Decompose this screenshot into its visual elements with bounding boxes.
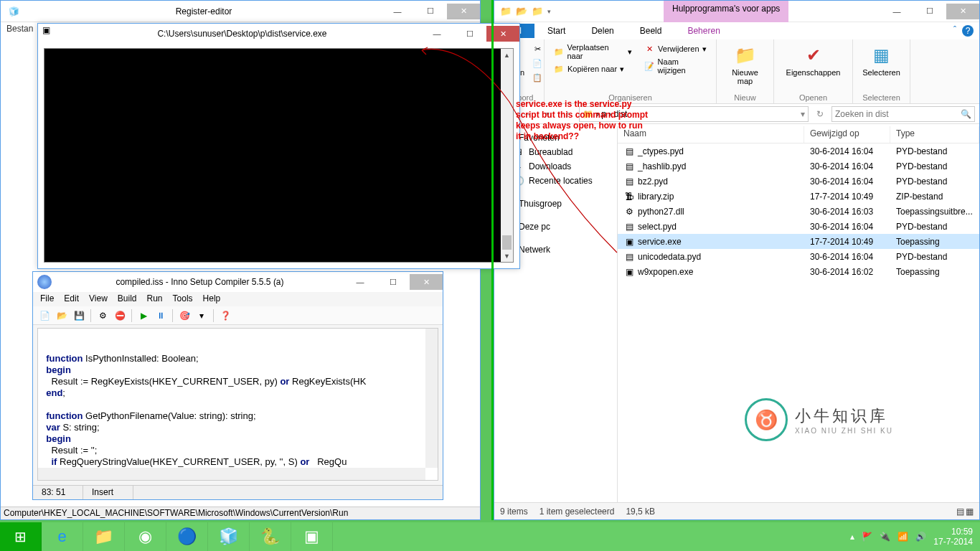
- menu-run[interactable]: Run: [147, 293, 163, 305]
- tray-up-icon[interactable]: ▴: [850, 532, 854, 542]
- scrollbar-vertical[interactable]: [425, 329, 438, 468]
- taskbar-inno[interactable]: 🔵: [166, 522, 208, 551]
- tab-manage[interactable]: Beheren: [674, 24, 732, 38]
- copy-button[interactable]: 📄: [529, 57, 546, 70]
- close-button[interactable]: ✕: [946, 4, 979, 19]
- taskbar-explorer[interactable]: 📁: [83, 522, 125, 551]
- help-icon[interactable]: ?: [962, 25, 974, 37]
- new-folder-icon[interactable]: 📁: [530, 6, 545, 17]
- close-button[interactable]: ✕: [447, 4, 480, 19]
- help-button[interactable]: ❓: [218, 309, 232, 323]
- maximize-button[interactable]: ☐: [453, 26, 486, 42]
- contextual-tab-apps[interactable]: Hulpprogramma's voor apps: [664, 1, 788, 22]
- scroll-thumb[interactable]: [502, 235, 512, 250]
- inno-code-editor[interactable]: function IsPythonInstalled: Boolean; beg…: [37, 328, 438, 481]
- taskbar-regedit[interactable]: 🧊: [208, 522, 250, 551]
- save-button[interactable]: 💾: [72, 309, 86, 323]
- run-button[interactable]: ▶: [136, 309, 151, 323]
- copy-to-button[interactable]: 📁Kopiëren naar ▾: [550, 62, 635, 75]
- start-button[interactable]: ⊞: [0, 522, 42, 551]
- scroll-down-icon[interactable]: ▼: [501, 250, 513, 262]
- tab-view[interactable]: Beeld: [627, 24, 675, 38]
- file-row[interactable]: ▤unicodedata.pyd30-6-2014 16:04PYD-besta…: [618, 249, 979, 264]
- maximize-button[interactable]: ☐: [377, 274, 410, 290]
- dropdown-icon[interactable]: ▾: [546, 8, 552, 15]
- search-input[interactable]: [835, 109, 961, 119]
- minimize-button[interactable]: —: [880, 4, 913, 19]
- search-icon[interactable]: 🔍: [961, 109, 971, 119]
- stop-button[interactable]: ⛔: [113, 309, 127, 323]
- regedit-titlebar[interactable]: 🧊 Register-editor — ☐ ✕: [1, 1, 480, 22]
- open-button[interactable]: 📂: [55, 309, 69, 323]
- taskbar-console[interactable]: ▣: [291, 522, 333, 551]
- pause-button[interactable]: ⏸: [154, 309, 168, 323]
- taskbar-ie[interactable]: e: [42, 522, 83, 551]
- minimize-button[interactable]: —: [344, 274, 377, 290]
- col-date[interactable]: Gewijzigd op: [804, 126, 890, 143]
- move-to-button[interactable]: 📁Verplaatsen naar ▾: [550, 42, 635, 61]
- file-row[interactable]: ▤bz2.pyd30-6-2014 16:04PYD-bestand: [618, 174, 979, 189]
- file-row[interactable]: 🗜library.zip17-7-2014 10:49ZIP-bestand: [618, 189, 979, 204]
- view-large-icon[interactable]: ▦: [966, 507, 974, 517]
- close-button[interactable]: ✕: [410, 274, 443, 290]
- file-row[interactable]: ▤select.pyd30-6-2014 16:04PYD-bestand: [618, 219, 979, 234]
- open-icon[interactable]: 📂: [514, 6, 529, 17]
- edit-mode: Insert: [83, 486, 133, 499]
- taskbar-chrome[interactable]: ◉: [125, 522, 166, 551]
- maximize-button[interactable]: ☐: [414, 4, 447, 19]
- file-row[interactable]: ⚙python27.dll30-6-2014 16:03Toepassingsu…: [618, 204, 979, 219]
- tab-start[interactable]: Start: [534, 24, 578, 38]
- inno-toolbar: 📄 📂 💾 ⚙ ⛔ ▶ ⏸ 🎯 ▾ ❓: [33, 306, 443, 325]
- file-row[interactable]: ▣w9xpopen.exe30-6-2014 16:02Toepassing: [618, 264, 979, 279]
- collapse-ribbon-icon[interactable]: ˆ: [953, 25, 956, 37]
- paste-shortcut-button[interactable]: 📋: [529, 71, 546, 84]
- file-columns[interactable]: Naam Gewijzigd op Type: [618, 126, 979, 143]
- console-icon: ▣: [42, 25, 60, 42]
- tray-flag-icon[interactable]: 🚩: [862, 532, 872, 542]
- tray-device-icon[interactable]: 🔌: [880, 532, 890, 542]
- scrollbar-horizontal[interactable]: [38, 468, 425, 480]
- new-button[interactable]: 📄: [37, 309, 52, 323]
- cut-button[interactable]: ✂: [529, 42, 546, 55]
- col-type[interactable]: Type: [890, 126, 979, 143]
- compile-button[interactable]: ⚙: [95, 309, 110, 323]
- view-details-icon[interactable]: ▤: [956, 507, 964, 517]
- menu-edit[interactable]: Edit: [64, 293, 79, 305]
- taskbar-python[interactable]: 🐍: [250, 522, 291, 551]
- taskbar-clock[interactable]: 10:59 17-7-2014: [933, 527, 973, 547]
- tray-network-icon[interactable]: 📶: [897, 532, 908, 542]
- file-row[interactable]: ▣service.exe17-7-2014 10:49Toepassing: [618, 234, 979, 249]
- rename-button[interactable]: 📝Naam wijzigen: [641, 57, 710, 75]
- menu-tools[interactable]: Tools: [173, 293, 193, 305]
- inno-menubar[interactable]: FileEditViewBuildRunToolsHelp: [33, 292, 443, 306]
- quick-access-toolbar[interactable]: 📁 📂 📁 ▾: [494, 6, 557, 17]
- menu-file[interactable]: File: [40, 293, 54, 305]
- menu-help[interactable]: Help: [203, 293, 221, 305]
- properties-button[interactable]: ✔Eigenschappen: [782, 42, 845, 78]
- menu-view[interactable]: View: [89, 293, 108, 305]
- file-row[interactable]: ▤_hashlib.pyd30-6-2014 16:04PYD-bestand: [618, 159, 979, 174]
- system-tray[interactable]: ▴ 🚩 🔌 📶 🔊 10:59 17-7-2014: [843, 522, 980, 551]
- target-button[interactable]: 🎯: [177, 309, 192, 323]
- minimize-button[interactable]: —: [381, 4, 414, 19]
- delete-button[interactable]: ✕Verwijderen ▾: [641, 42, 710, 55]
- new-folder-button[interactable]: 📁Nieuwe map: [727, 42, 763, 87]
- window-divider[interactable]: [491, 0, 494, 520]
- refresh-button[interactable]: ↻: [811, 105, 829, 123]
- maximize-button[interactable]: ☐: [913, 4, 946, 19]
- tray-volume-icon[interactable]: 🔊: [915, 532, 926, 542]
- inno-titlebar[interactable]: compiled.iss - Inno Setup Compiler 5.5.5…: [33, 272, 443, 292]
- minimize-button[interactable]: —: [420, 26, 453, 42]
- scroll-up-icon[interactable]: ▲: [501, 49, 513, 61]
- console-body[interactable]: ▲ ▼: [44, 48, 514, 263]
- console-titlebar[interactable]: ▣ C:\Users\sunuser\Desktop\p\dist\servic…: [38, 24, 519, 44]
- console-scrollbar[interactable]: ▲ ▼: [501, 49, 513, 262]
- file-row[interactable]: ▤_ctypes.pyd30-6-2014 16:04PYD-bestand: [618, 143, 979, 159]
- dropdown-icon[interactable]: ▾: [194, 309, 209, 323]
- status-selected: 1 item geselecteerd: [540, 507, 615, 517]
- explorer-titlebar[interactable]: 📁 📂 📁 ▾ Hulpprogramma's voor apps dist —…: [494, 1, 979, 22]
- tab-share[interactable]: Delen: [578, 24, 626, 38]
- search-box[interactable]: 🔍: [831, 106, 975, 122]
- menu-build[interactable]: Build: [118, 293, 137, 305]
- select-button[interactable]: ▦Selecteren: [858, 42, 905, 78]
